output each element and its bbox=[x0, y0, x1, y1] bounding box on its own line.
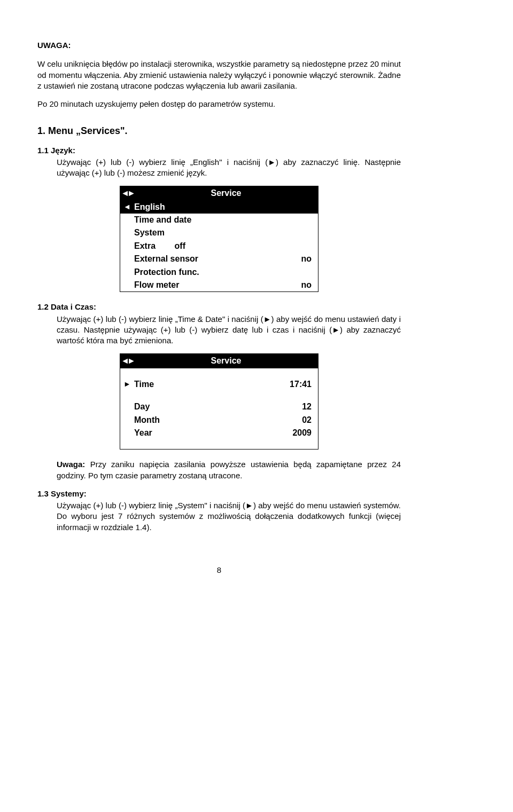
lcd-label: Flow meter bbox=[134, 279, 301, 291]
section-1-2-heading: 1.2 Data i Czas: bbox=[37, 302, 401, 312]
lcd-title: Service bbox=[134, 354, 318, 368]
lcd-value: no bbox=[301, 253, 315, 265]
header-arrows-icon: ◄► bbox=[120, 354, 134, 368]
lcd-row-system: System bbox=[120, 226, 318, 239]
lcd-row-time: ► Time 17:41 bbox=[120, 378, 318, 391]
paragraph-1: W celu uniknięcia błędów po instalacji s… bbox=[37, 59, 401, 91]
lcd-header: ◄► Service bbox=[120, 186, 318, 200]
lcd-screen-service-time: ◄► Service ► Time 17:41 Day 12 Month 02 … bbox=[120, 353, 318, 450]
lcd-row-time-and-date: Time and date bbox=[120, 214, 318, 226]
lcd-label: External sensor bbox=[134, 253, 301, 265]
lcd-label: Time and date bbox=[134, 214, 315, 226]
lcd-value: 2009 bbox=[292, 427, 315, 439]
note-paragraph: Uwaga: Przy zaniku napięcia zasilania po… bbox=[57, 459, 401, 481]
lcd-row-external-sensor: External sensor no bbox=[120, 253, 318, 265]
uwaga-heading: UWAGA: bbox=[37, 40, 401, 51]
lcd-title: Service bbox=[134, 186, 318, 200]
header-arrows-icon: ◄► bbox=[120, 186, 134, 200]
lcd-label: Time bbox=[134, 378, 290, 391]
lcd-header: ◄► Service bbox=[120, 354, 318, 368]
lcd-row-english: ◄ English bbox=[120, 201, 318, 214]
section-1-2-text: Używając (+) lub (-) wybierz linię „Time… bbox=[57, 314, 401, 346]
lcd-label: Year bbox=[134, 427, 292, 439]
lcd-label: Protection func. bbox=[134, 266, 315, 279]
lcd-value: 17:41 bbox=[290, 378, 315, 391]
menu-services-heading: 1. Menu „Services". bbox=[37, 124, 401, 137]
section-1-1-heading: 1.1 Język: bbox=[37, 145, 401, 156]
section-1-3-text: Używając (+) lub (-) wybierz linię „Syst… bbox=[57, 500, 401, 533]
lcd-label: Month bbox=[134, 414, 302, 427]
cursor-right-icon: ► bbox=[120, 379, 134, 390]
lcd-label: System bbox=[134, 226, 315, 239]
note-label: Uwaga: bbox=[57, 460, 85, 469]
lcd-label: English bbox=[134, 201, 315, 214]
section-1-1-text: Używając (+) lub (-) wybierz linię „Engl… bbox=[57, 157, 401, 179]
lcd-value: 12 bbox=[302, 400, 315, 413]
page-number: 8 bbox=[37, 565, 401, 576]
lcd-screen-service-language: ◄► Service ◄ English Time and date Syste… bbox=[120, 186, 318, 292]
cursor-left-icon: ◄ bbox=[120, 202, 134, 212]
paragraph-2: Po 20 minutach uzyskujemy pełen dostęp d… bbox=[37, 99, 401, 109]
lcd-row-extra: Extra off bbox=[120, 240, 318, 253]
lcd-label: Extra off bbox=[134, 240, 315, 253]
lcd-label: Day bbox=[134, 400, 302, 413]
lcd-row-month: Month 02 bbox=[120, 414, 318, 427]
note-text: Przy zaniku napięcia zasilania powyższe … bbox=[57, 460, 401, 479]
lcd-row-protection-func: Protection func. bbox=[120, 266, 318, 279]
lcd-row-day: Day 12 bbox=[120, 400, 318, 413]
lcd-value: no bbox=[301, 279, 315, 291]
lcd-value: 02 bbox=[302, 414, 315, 427]
lcd-row-flow-meter: Flow meter no bbox=[120, 279, 318, 291]
section-1-3-heading: 1.3 Systemy: bbox=[37, 488, 401, 499]
lcd-row-year: Year 2009 bbox=[120, 427, 318, 439]
